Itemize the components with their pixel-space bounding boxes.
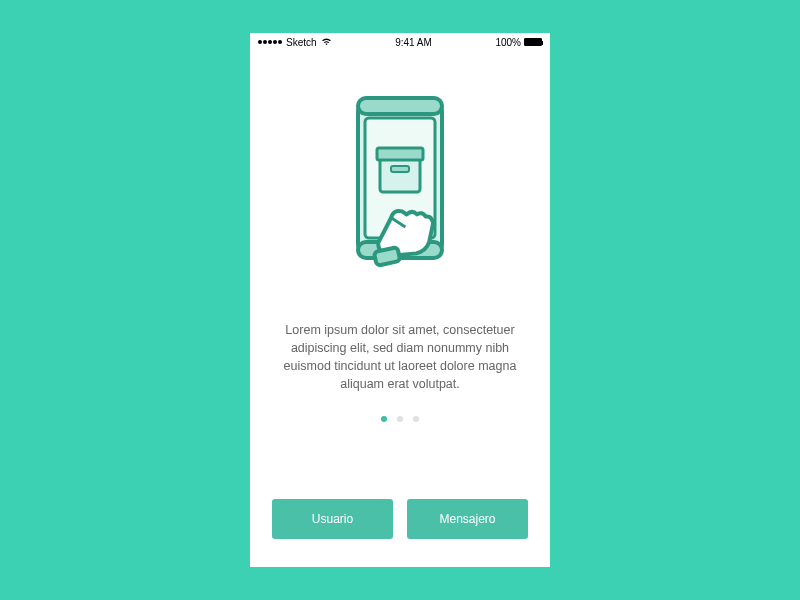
phone-box-hand-icon [325,86,475,286]
battery-icon [524,38,542,46]
carrier-label: Sketch [286,37,317,48]
onboarding-screen: Sketch 9:41 AM 100% [250,33,550,567]
illustration-area [250,51,550,321]
svg-rect-7 [374,247,400,266]
mensajero-button[interactable]: Mensajero [407,499,528,539]
usuario-button[interactable]: Usuario [272,499,393,539]
svg-rect-1 [358,98,442,114]
wifi-icon [321,37,332,48]
svg-rect-5 [377,148,423,160]
signal-dots-icon [258,40,282,44]
button-row: Usuario Mensajero [250,499,550,567]
status-time: 9:41 AM [395,37,432,48]
status-right: 100% [495,37,542,48]
svg-rect-6 [391,166,409,172]
onboarding-description: Lorem ipsum dolor sit amet, consectetuer… [250,321,550,394]
battery-percent: 100% [495,37,521,48]
status-bar: Sketch 9:41 AM 100% [250,33,550,51]
status-left: Sketch [258,37,332,48]
